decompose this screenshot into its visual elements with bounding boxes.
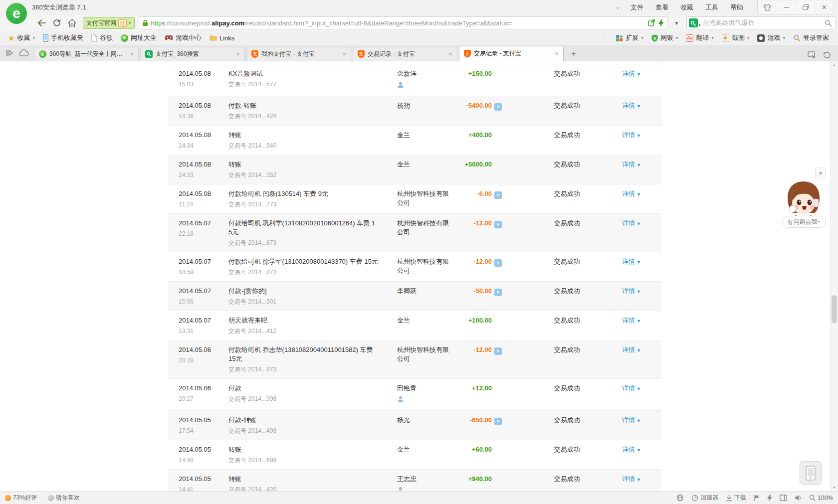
amount-dropdown-icon[interactable]: ▼	[494, 347, 502, 355]
detail-link[interactable]: 详情▼	[622, 131, 661, 150]
restore-tab-icon[interactable]	[808, 51, 816, 59]
undo-session-icon[interactable]	[823, 51, 831, 59]
boost-lightning-icon[interactable]	[767, 495, 772, 502]
assistant-close-button[interactable]: ×	[815, 168, 826, 178]
rating-item[interactable]: 73%好评	[5, 494, 37, 502]
detail-link[interactable]: 详情▼	[622, 384, 661, 405]
menu-item-0[interactable]: 文件	[625, 1, 649, 14]
menu-collapse-chevron-icon[interactable]: ›	[617, 4, 619, 11]
bookmark-item-4[interactable]: 游戏中心	[161, 32, 206, 44]
guess-item[interactable]: 猜你喜欢	[48, 494, 80, 502]
toolbar-item-3[interactable]: 截图▾	[718, 32, 754, 44]
tab-3[interactable]: 支交易记录 - 支付宝×	[353, 47, 457, 61]
reading-mode-icon[interactable]	[780, 495, 787, 501]
home-button[interactable]	[65, 16, 79, 29]
network-globe-icon[interactable]	[676, 494, 684, 502]
vertical-scrollbar[interactable]: ▲ ▼	[830, 61, 838, 491]
detail-link[interactable]: 详情▼	[622, 219, 661, 247]
search-input[interactable]: 台湾高雄燃气爆炸	[703, 18, 823, 27]
detail-link[interactable]: 详情▼	[622, 416, 661, 435]
phone-assistant-icon[interactable]	[800, 461, 822, 485]
search-box[interactable]: ▾ 台湾高雄燃气爆炸	[686, 16, 836, 29]
scroll-up-icon[interactable]: ▲	[833, 61, 837, 68]
share-export-icon[interactable]	[648, 19, 655, 26]
maximize-button[interactable]	[796, 1, 815, 14]
counterparty-name: 李卿跃	[397, 287, 451, 296]
tab-1[interactable]: 支付宝_360搜索×	[140, 47, 245, 61]
amount-dropdown-icon[interactable]: ▼	[494, 289, 502, 296]
tab-close-icon[interactable]: ×	[341, 50, 348, 58]
tab-close-icon[interactable]: ×	[553, 50, 560, 57]
flag-report-icon[interactable]	[754, 495, 760, 502]
speaker-icon[interactable]	[795, 495, 802, 501]
amount-dropdown-icon[interactable]: ▼	[494, 221, 502, 228]
cell-counterparty: 杭州快智科技有限公司	[397, 219, 458, 247]
site-verify-badge[interactable]: 支付宝官网 证 ▾	[83, 17, 135, 29]
transaction-amount: +12.00	[458, 384, 492, 405]
amount-dropdown-icon[interactable]: ▼	[494, 191, 502, 199]
detail-link[interactable]: 详情▼	[622, 345, 661, 373]
detail-link[interactable]: 详情▼	[622, 316, 661, 335]
close-window-button[interactable]: ×	[815, 1, 834, 14]
download-item[interactable]: 下载	[726, 494, 746, 502]
detail-link[interactable]: 详情▼	[622, 160, 661, 179]
menu-item-2[interactable]: 收藏	[674, 1, 699, 14]
bookmark-item-3[interactable]: e网址大全	[117, 32, 161, 44]
detail-link[interactable]: 详情▼	[622, 257, 661, 276]
detail-link[interactable]: 详情▼	[622, 101, 661, 120]
toolbar-item-1[interactable]: ¥网银▾	[647, 32, 682, 44]
minimize-button[interactable]: ─	[777, 1, 796, 14]
tab-close-icon[interactable]: ×	[447, 50, 454, 58]
tab-close-icon[interactable]: ×	[128, 50, 135, 58]
toolbar-item-2[interactable]: Aa翻译▾	[682, 32, 718, 44]
cell-date: 2014.05.0722:18	[179, 219, 228, 247]
amount-dropdown-icon[interactable]: ▼	[494, 103, 502, 111]
scroll-down-icon[interactable]: ▼	[833, 484, 837, 491]
new-tab-button[interactable]: +	[567, 48, 580, 60]
accelerator-item[interactable]: 加速器	[691, 494, 718, 502]
menu-item-1[interactable]: 查看	[649, 1, 674, 14]
bookmark-item-2[interactable]: 谷歌	[87, 32, 117, 44]
search-go-icon[interactable]	[825, 19, 832, 26]
cell-amount-badge	[492, 160, 504, 179]
detail-link[interactable]: 详情▼	[622, 445, 661, 464]
toolbar-item-4[interactable]: 游戏▾	[753, 32, 789, 44]
tab-4[interactable]: 支交易记录 - 支付宝×	[459, 46, 564, 61]
transaction-status: 交易成功	[504, 257, 622, 276]
zoom-item[interactable]: 100%	[809, 495, 833, 502]
cloud-sync-icon[interactable]	[19, 44, 29, 61]
search-engine-caret-icon[interactable]: ▾	[699, 23, 701, 27]
toolbar-caret-icon: ▾	[676, 35, 678, 40]
scrollbar-thumb[interactable]	[832, 295, 837, 323]
back-button[interactable]	[35, 16, 49, 29]
toolbar-key-icon	[793, 34, 801, 42]
detail-caret-icon: ▼	[636, 289, 641, 294]
bookmark-item-0[interactable]: ★收藏▾	[4, 32, 39, 44]
tab-close-icon[interactable]: ×	[234, 50, 241, 58]
table-row: 2014.05.0815:03KX音频调试交易号 2014...577念新洋+1…	[168, 64, 661, 96]
side-panel-toggle-icon[interactable]	[6, 44, 14, 61]
amount-dropdown-icon[interactable]: ▼	[494, 418, 502, 425]
assistant-tooltip[interactable]: 有问题点我~	[782, 216, 826, 228]
bookmark-item-5[interactable]: Links	[206, 32, 238, 44]
detail-link[interactable]: 详情▼	[622, 189, 661, 208]
table-row: 2014.05.0713:31明天就寄来吧交易号 2014...412金兰+10…	[168, 311, 661, 340]
toolbar-item-5[interactable]: 登录管家	[789, 32, 833, 44]
tab-0[interactable]: e360导航_新一代安全上网导航×	[34, 47, 139, 61]
amount-dropdown-icon[interactable]: ▼	[494, 259, 502, 267]
url-field[interactable]: https://consumeprod.alipay.com/record/st…	[139, 16, 667, 29]
menu-item-4[interactable]: 帮助	[724, 1, 749, 14]
tab-2[interactable]: 支我的支付宝 - 支付宝×	[246, 47, 351, 61]
search-engine-icon[interactable]	[689, 18, 698, 27]
lightning-speed-icon[interactable]	[658, 19, 664, 27]
tab-label: 支付宝_360搜索	[156, 50, 231, 58]
bookmark-label: 游戏中心	[176, 33, 202, 42]
url-history-dropdown[interactable]: ▼	[670, 16, 683, 29]
detail-link[interactable]: 详情▼	[622, 69, 661, 91]
theme-skin-button[interactable]	[758, 1, 777, 14]
refresh-button[interactable]	[50, 16, 64, 29]
menu-item-3[interactable]: 工具	[699, 1, 724, 14]
detail-link[interactable]: 详情▼	[622, 287, 661, 306]
bookmark-item-1[interactable]: 手机收藏夹	[39, 32, 87, 44]
toolbar-item-0[interactable]: 扩展▾	[612, 32, 647, 44]
